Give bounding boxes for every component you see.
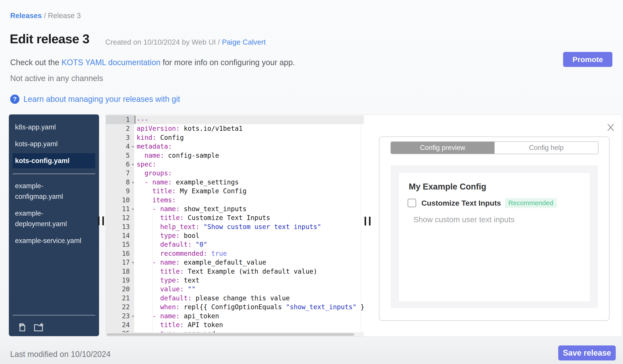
git-releases-link[interactable]: Learn about managing your releases with …: [23, 95, 180, 104]
tab-config-help[interactable]: Config help: [494, 142, 598, 154]
editor-vscrollbar[interactable]: [361, 115, 361, 333]
breadcrumb-releases-link[interactable]: Releases: [10, 12, 42, 20]
hscrollbar-thumb[interactable]: [107, 333, 354, 336]
line-number: 24: [106, 321, 134, 329]
code-text[interactable]: name: config-sample: [134, 151, 364, 160]
fold-arrow-icon[interactable]: ▾: [132, 160, 134, 169]
author-link[interactable]: Paige Calvert: [222, 38, 266, 46]
editor-line-9: 9 title: My Example Config: [106, 187, 364, 196]
code-text[interactable]: default: "0": [134, 240, 364, 249]
code-text[interactable]: - name: api_token: [134, 312, 364, 321]
code-text[interactable]: ---: [134, 115, 364, 124]
editor-line-5: 5 name: config-sample: [106, 151, 364, 160]
tab-config-preview[interactable]: Config preview: [391, 142, 494, 154]
fold-arrow-icon[interactable]: ▾: [132, 204, 134, 213]
breadcrumb-current: Release 3: [48, 12, 81, 20]
editor-line-1: 1---: [106, 115, 364, 124]
code-text[interactable]: spec:: [134, 160, 364, 169]
line-number: 4▾: [106, 142, 134, 151]
file-item-kots-app-yaml[interactable]: kots-app.yaml: [9, 137, 99, 152]
editor-line-15: 15 default: "0": [106, 240, 364, 249]
code-text[interactable]: - name: example_settings: [134, 178, 364, 187]
code-text[interactable]: title: Text Example (with default value): [134, 267, 364, 276]
line-number: 6▾: [106, 160, 134, 169]
file-item-k8s-app-yaml[interactable]: k8s-app.yaml: [9, 120, 99, 135]
yaml-editor[interactable]: 1---2apiVersion: kots.io/v1beta13kind: C…: [106, 115, 364, 336]
recommended-badge: Recommended: [505, 198, 556, 208]
editor-hscrollbar[interactable]: [106, 332, 364, 336]
code-text[interactable]: value: "": [134, 285, 364, 294]
line-number: 22: [106, 303, 134, 311]
channel-status: Not active in any channels: [10, 74, 103, 83]
text-cursor: [135, 116, 135, 124]
file-item-label: kots-app.yaml: [15, 139, 95, 149]
config-item-help: Show custom user text inputs: [413, 215, 514, 224]
preview-surface: My Example Config Customize Text Inputs …: [391, 165, 598, 308]
code-text[interactable]: groups:: [134, 169, 364, 178]
config-preview-pane: Config previewConfig help My Example Con…: [364, 115, 622, 336]
file-item-example-deployment-yaml[interactable]: example-deployment.yaml: [9, 206, 99, 231]
indent-guide: [152, 213, 153, 332]
line-number: 15: [106, 240, 134, 249]
customize-text-inputs-checkbox[interactable]: [408, 199, 416, 207]
editor-line-2: 2apiVersion: kots.io/v1beta1: [106, 124, 364, 133]
editor-line-19: 19 type: text: [106, 276, 364, 285]
file-item-label: example-: [15, 181, 95, 191]
editor-line-18: 18 title: Text Example (with default val…: [106, 267, 364, 276]
git-help-row: ? Learn about managing your releases wit…: [10, 95, 180, 104]
code-text[interactable]: recommended: true: [134, 249, 364, 258]
code-text[interactable]: title: Customize Text Inputs: [134, 213, 364, 222]
line-number: 11▾: [106, 204, 134, 213]
save-release-button[interactable]: Save release: [558, 345, 616, 361]
fold-arrow-icon[interactable]: ▾: [132, 178, 134, 187]
editor-line-16: 16 recommended: true: [106, 249, 364, 258]
editor-line-6: 6▾spec:: [106, 160, 364, 169]
kots-yaml-doc-link[interactable]: KOTS YAML documentation: [62, 58, 160, 67]
code-text[interactable]: apiVersion: kots.io/v1beta1: [134, 124, 364, 133]
code-text[interactable]: kind: Config: [134, 133, 364, 142]
editor-line-7: 7 groups:: [106, 169, 364, 178]
doc-line-pre: Check out the: [10, 58, 62, 67]
code-text[interactable]: metadata:: [134, 142, 364, 151]
code-text[interactable]: title: API token: [134, 321, 364, 329]
code-text[interactable]: help_text: "Show custom user text inputs…: [134, 222, 364, 231]
file-item-kots-config-yaml[interactable]: kots-config.yaml: [13, 153, 95, 168]
add-folder-icon[interactable]: [33, 322, 44, 333]
code-text[interactable]: items:: [134, 196, 364, 204]
editor-line-23: 23▾ - name: api_token: [106, 312, 364, 321]
sidebar-resize-handle[interactable]: [98, 217, 104, 225]
code-text[interactable]: when: repl{{ ConfigOptionEquals "show_te…: [134, 303, 364, 311]
code-text[interactable]: type: text: [134, 276, 364, 285]
code-text[interactable]: - name: example_default_value: [134, 258, 364, 267]
line-number: 19: [106, 276, 134, 285]
fold-arrow-icon[interactable]: ▾: [132, 142, 134, 151]
file-item-example-configmap-yaml[interactable]: example-configmap.yaml: [9, 179, 99, 204]
line-number: 14: [106, 231, 134, 240]
editor-line-11: 11▾ - name: show_text_inputs: [106, 204, 364, 213]
editor-line-10: 10 items:: [106, 196, 364, 204]
editor-line-22: 22 when: repl{{ ConfigOptionEquals "show…: [106, 303, 364, 311]
code-text[interactable]: type: bool: [134, 231, 364, 240]
file-list: k8s-app.yamlkots-app.yamlkots-config.yam…: [9, 114, 99, 248]
question-icon: ?: [10, 95, 20, 104]
pane-resize-handle[interactable]: [365, 217, 371, 225]
add-file-icon[interactable]: [17, 322, 27, 333]
code-text[interactable]: default: please change this value: [134, 294, 364, 303]
code-text[interactable]: title: My Example Config: [134, 187, 364, 196]
editor-line-8: 8▾ - name: example_settings: [106, 178, 364, 187]
code-text[interactable]: - name: show_text_inputs: [134, 204, 364, 213]
config-form: My Example Config Customize Text Inputs …: [399, 173, 590, 302]
fold-arrow-icon[interactable]: ▾: [132, 258, 134, 267]
preview-card: Config previewConfig help My Example Con…: [379, 137, 609, 321]
line-number: 1: [106, 115, 134, 124]
line-number: 16: [106, 249, 134, 258]
line-number: 17▾: [106, 258, 134, 267]
file-item-example-service-yaml[interactable]: example-service.yaml: [9, 233, 99, 248]
line-number: 10: [106, 196, 134, 204]
close-icon[interactable]: [606, 123, 615, 132]
promote-button[interactable]: Promote: [563, 52, 612, 67]
fold-arrow-icon[interactable]: ▾: [132, 312, 134, 321]
editor-lines: 1---2apiVersion: kots.io/v1beta13kind: C…: [106, 115, 364, 336]
line-number: 2: [106, 124, 134, 133]
sidebar-divider: [13, 174, 95, 174]
